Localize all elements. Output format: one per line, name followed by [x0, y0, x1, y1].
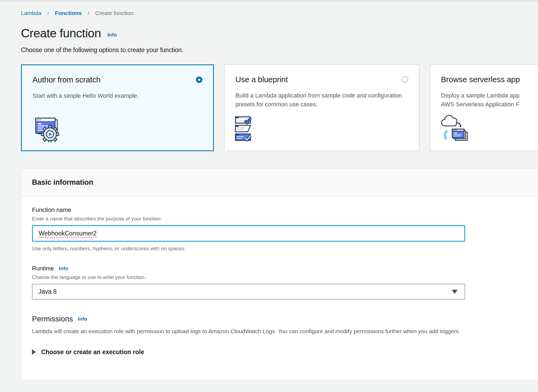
runtime-help: Choose the language to use to write your…: [32, 274, 538, 280]
serverless-app-repository-icon: [440, 115, 468, 144]
page-title-info-link[interactable]: Info: [107, 32, 117, 40]
console-top-strip: [0, 0, 538, 2]
card-author-from-scratch[interactable]: Author from scratch Start with a simple …: [21, 64, 214, 151]
execution-role-expander[interactable]: Choose or create an execution role: [32, 349, 538, 356]
card-use-a-blueprint[interactable]: Use a blueprint Build a Lambda applicati…: [224, 64, 419, 151]
function-name-constraint: Use only letters, numbers, hyphens, or u…: [32, 246, 538, 252]
breadcrumb-functions-link[interactable]: Functions: [55, 10, 82, 16]
permissions-description: Lambda will create an execution role wit…: [32, 328, 538, 335]
runtime-field: Runtime Info Choose the language to use …: [32, 265, 538, 300]
runtime-label: Runtime: [32, 265, 54, 272]
card-title: Author from scratch: [33, 75, 101, 84]
author-from-scratch-icon: [32, 117, 61, 143]
page-subtitle: Choose one of the following options to c…: [21, 46, 538, 54]
runtime-info-link[interactable]: Info: [59, 266, 68, 271]
runtime-select[interactable]: Java 8: [32, 284, 465, 300]
panel-header: Basic information: [21, 169, 538, 197]
card-description: Start with a simple Hello World example.: [33, 91, 202, 100]
basic-information-panel: Basic information Function name Enter a …: [21, 168, 538, 380]
expander-triangle-icon: [32, 349, 36, 355]
function-name-label: Function name: [32, 206, 538, 213]
radio-unselected-icon[interactable]: [402, 76, 408, 83]
permissions-section: Permissions Info Lambda will create an e…: [32, 315, 538, 356]
runtime-selected-value: Java 8: [38, 288, 57, 295]
execution-role-expander-label: Choose or create an execution role: [41, 349, 144, 356]
breadcrumb-current-page: Create function: [95, 10, 133, 16]
function-name-field: Function name Enter a name that describe…: [32, 206, 538, 252]
card-title: Browse serverless app: [441, 75, 520, 84]
card-description: Build a Lambda application from sample c…: [235, 91, 408, 109]
create-function-page: Lambda › Functions › Create function Cre…: [0, 10, 538, 380]
chevron-right-icon: ›: [47, 10, 49, 15]
panel-title: Basic information: [32, 178, 538, 187]
dropdown-arrow-icon: [452, 290, 458, 294]
blueprint-icon: [235, 116, 256, 144]
function-name-value: WebhookConsumer2: [39, 230, 97, 237]
chevron-right-icon: ›: [87, 10, 90, 15]
card-browse-serverless-app-repository[interactable]: Browse serverless app Deploy a sample La…: [430, 64, 538, 151]
card-title: Use a blueprint: [235, 75, 288, 84]
card-description-line2: AWS Serverless Application F: [441, 100, 538, 109]
breadcrumb: Lambda › Functions › Create function: [21, 10, 538, 16]
function-name-input[interactable]: WebhookConsumer2: [32, 225, 465, 242]
permissions-title: Permissions: [32, 315, 73, 323]
creation-option-cards: Author from scratch Start with a simple …: [21, 64, 538, 151]
radio-selected-icon[interactable]: [196, 77, 202, 83]
card-description-line1: Deploy a sample Lambda app: [441, 91, 538, 100]
breadcrumb-lambda-link[interactable]: Lambda: [21, 10, 41, 16]
function-name-help: Enter a name that describes the purpose …: [32, 216, 538, 222]
permissions-info-link[interactable]: Info: [78, 316, 87, 322]
page-title: Create function: [21, 27, 101, 40]
